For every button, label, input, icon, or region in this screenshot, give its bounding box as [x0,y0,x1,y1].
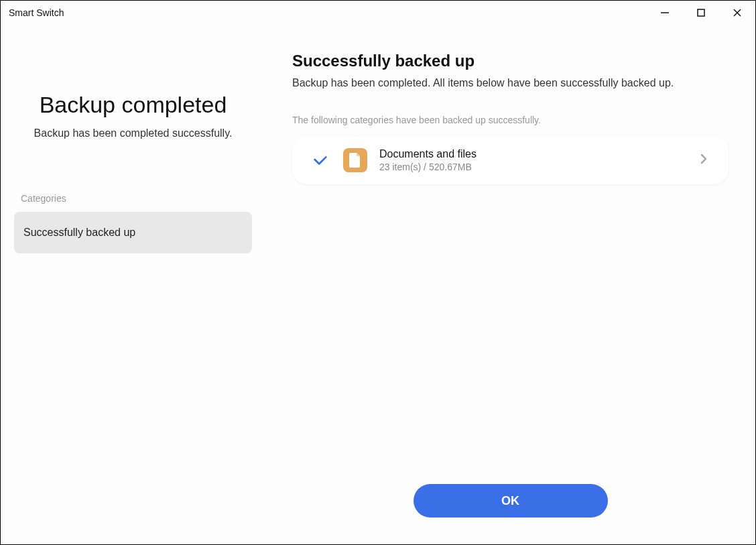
svg-rect-1 [698,9,704,16]
backup-item-text: Documents and files 23 item(s) / 520.67M… [379,148,477,172]
close-icon [733,8,742,17]
category-item-label: Successfully backed up [23,227,135,238]
window-title: Smart Switch [9,7,64,18]
list-label: The following categories have been backe… [292,115,729,125]
check-icon [312,152,328,168]
maximize-icon [697,9,705,17]
sidebar-title: Backup completed [14,92,252,118]
main-title: Successfully backed up [292,52,729,70]
footer: OK [292,471,729,531]
app-window: Smart Switch Backup completed Backup has… [0,0,756,545]
minimize-icon [660,8,670,17]
spacer [292,184,729,471]
ok-button[interactable]: OK [414,484,608,518]
documents-icon [343,148,367,172]
backup-item-title: Documents and files [379,148,477,160]
main-panel: Successfully backed up Backup has been c… [265,25,755,544]
sidebar-subtitle: Backup has been completed successfully. [14,127,252,139]
titlebar: Smart Switch [1,1,755,25]
sidebar: Backup completed Backup has been complet… [1,25,265,544]
backup-item-subtitle: 23 item(s) / 520.67MB [379,162,477,172]
backup-item-documents[interactable]: Documents and files 23 item(s) / 520.67M… [292,136,729,184]
minimize-button[interactable] [647,1,683,25]
maximize-button[interactable] [683,1,719,25]
categories-label: Categories [21,193,252,204]
window-controls [647,1,755,25]
close-button[interactable] [719,1,755,25]
content: Backup completed Backup has been complet… [1,25,755,544]
chevron-right-icon [699,152,708,168]
main-subtitle: Backup has been completed. All items bel… [292,77,729,89]
category-item-successfully-backed-up[interactable]: Successfully backed up [14,212,252,253]
